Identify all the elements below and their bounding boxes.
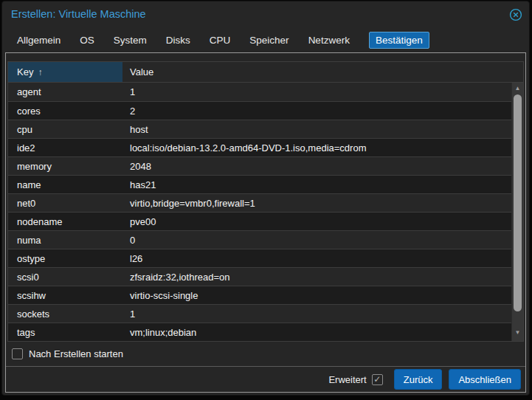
table-row[interactable]: scsi0zfsraidz:32,iothread=on [8,267,523,286]
value-cell: host [122,124,523,135]
value-cell: l26 [122,253,523,264]
value-cell: 1 [122,308,523,320]
start-after-create-row: Nach Erstellen starten [12,348,123,359]
close-button[interactable] [509,8,522,21]
tab-speicher[interactable]: Speicher [249,32,289,49]
key-cell: scsihw [8,290,122,301]
tab-allgemein[interactable]: Allgemein [17,32,61,49]
value-cell: virtio,bridge=vmbr0,firewall=1 [122,198,523,209]
key-cell: cores [8,106,122,117]
tab-os[interactable]: OS [80,32,94,49]
table-row[interactable]: namehas21 [8,175,523,193]
dialog-footer: Erweitert ✓ Zurück Abschließen [6,366,525,392]
key-cell: name [8,179,122,190]
value-cell: 2 [122,106,523,117]
value-cell: pve00 [122,216,523,227]
close-icon [509,11,522,24]
table-row[interactable]: scsihwvirtio-scsi-single [8,286,523,304]
column-header-key-label: Key [17,66,33,77]
tab-best-tigen[interactable]: Bestätigen [369,32,429,49]
tab-netzwerk[interactable]: Netzwerk [308,32,350,49]
panel-body: Key ↑ Value agent1cores2cpuhostide2local… [5,52,526,393]
key-cell: ide2 [8,142,122,154]
key-cell: numa [8,235,122,246]
key-cell: memory [8,161,122,172]
value-cell: 1 [122,86,523,97]
column-header-value-label: Value [130,66,153,77]
key-cell: tags [8,327,122,338]
table-row[interactable]: tagsvm;linux;debian [8,323,523,341]
key-cell: scsi0 [8,272,122,283]
table-row[interactable]: cores2 [8,101,523,120]
advanced-toggle: Erweitert ✓ [328,374,382,385]
value-cell: local:iso/debian-13.2.0-amd64-DVD-1.iso,… [122,142,523,154]
column-header-key[interactable]: Key ↑ [8,62,122,82]
tab-disks[interactable]: Disks [166,32,190,49]
table-row[interactable]: sockets1 [8,304,523,323]
value-cell: virtio-scsi-single [122,290,523,301]
value-cell: vm;linux;debian [122,327,523,338]
grid-body: agent1cores2cpuhostide2local:iso/debian-… [8,83,523,341]
start-after-create-label: Nach Erstellen starten [29,348,123,359]
value-cell: has21 [122,179,523,190]
dialog-titlebar: Erstellen: Virtuelle Maschine [2,1,529,27]
table-row[interactable]: memory2048 [8,156,523,175]
key-cell: sockets [8,308,122,320]
table-row[interactable]: agent1 [8,83,523,101]
tab-system[interactable]: System [114,32,147,49]
table-row[interactable]: ostypel26 [8,249,523,267]
key-cell: nodename [8,216,122,227]
back-button[interactable]: Zurück [394,369,443,390]
tab-cpu[interactable]: CPU [210,32,231,49]
column-header-value[interactable]: Value [122,62,523,82]
summary-grid: Key ↑ Value agent1cores2cpuhostide2local… [7,61,524,342]
value-cell: 2048 [122,161,523,172]
table-row[interactable]: nodenamepve00 [8,212,523,230]
scroll-down-icon[interactable]: ▼ [512,329,523,337]
key-cell: ostype [8,253,122,264]
advanced-checkbox[interactable]: ✓ [372,374,383,385]
vertical-scrollbar[interactable]: ▲ ▼ [511,83,523,341]
table-row[interactable]: numa0 [8,230,523,249]
key-cell: net0 [8,198,122,209]
scrollbar-thumb[interactable] [514,94,522,311]
key-cell: agent [8,86,122,97]
sort-ascending-icon: ↑ [38,67,42,77]
advanced-label: Erweitert [328,374,366,385]
grid-header: Key ↑ Value [8,62,523,83]
finish-button[interactable]: Abschließen [449,369,521,390]
table-row[interactable]: net0virtio,bridge=vmbr0,firewall=1 [8,193,523,212]
dialog-title: Erstellen: Virtuelle Maschine [11,1,146,27]
tab-bar: AllgemeinOSSystemDisksCPUSpeicherNetzwer… [2,27,529,52]
scroll-up-icon[interactable]: ▲ [512,85,523,92]
key-cell: cpu [8,124,122,135]
create-vm-dialog: Erstellen: Virtuelle Maschine AllgemeinO… [1,1,530,396]
table-row[interactable]: ide2local:iso/debian-13.2.0-amd64-DVD-1.… [8,138,523,156]
value-cell: zfsraidz:32,iothread=on [122,272,523,283]
value-cell: 0 [122,235,523,246]
table-row[interactable]: cpuhost [8,120,523,138]
start-after-create-checkbox[interactable] [12,348,23,359]
